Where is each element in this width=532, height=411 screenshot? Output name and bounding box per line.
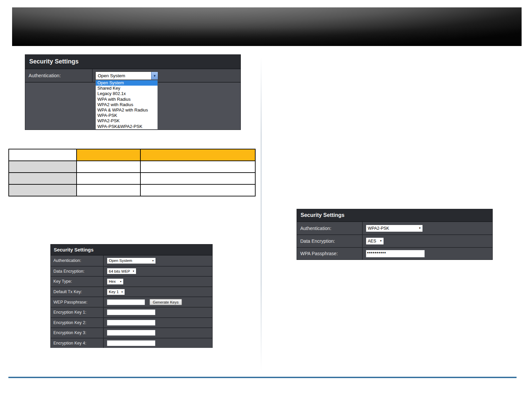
table-cell bbox=[77, 161, 140, 173]
security-settings-panel-dropdown-open: Security Settings Authentication: Open S… bbox=[25, 54, 241, 130]
authentication-select-value: WPA2-PSK bbox=[368, 226, 389, 231]
security-settings-panel-wep: Security Settings Authentication: Open S… bbox=[50, 244, 213, 348]
table-side-cell bbox=[9, 184, 77, 196]
chevron-down-icon: ▼ bbox=[380, 239, 382, 242]
header-banner-image bbox=[12, 7, 522, 46]
key-type-row: Key Type: Hex ▼ bbox=[51, 276, 212, 286]
encryption-key-3-input[interactable] bbox=[107, 330, 156, 336]
encryption-key-2-row: Encryption Key 2: bbox=[51, 317, 212, 328]
authentication-select[interactable]: WPA2-PSK ▼ bbox=[366, 225, 423, 232]
dropdown-option-open-system[interactable]: Open System bbox=[96, 80, 158, 86]
chevron-down-icon: ▼ bbox=[152, 260, 154, 262]
panel-title: Security Settings bbox=[25, 55, 240, 69]
panel-title: Security Settings bbox=[51, 244, 212, 256]
security-settings-panel-wpa2: Security Settings Authentication: WPA2-P… bbox=[297, 209, 493, 260]
authentication-row: Authentication: WPA2-PSK ▼ bbox=[297, 222, 492, 234]
table-row bbox=[9, 161, 255, 173]
column-divider-line bbox=[92, 69, 93, 83]
data-encryption-row: Data Encryption: 64 bits WEP ▼ bbox=[51, 266, 212, 276]
page-column-divider bbox=[261, 56, 262, 371]
table-header-cell bbox=[140, 149, 255, 161]
data-encryption-select[interactable]: 64 bits WEP ▼ bbox=[107, 268, 136, 274]
key-type-label: Key Type: bbox=[51, 277, 104, 286]
default-tx-key-label: Default Tx Key: bbox=[51, 287, 104, 297]
dropdown-option-wpa-psk-wpa2-psk[interactable]: WPA-PSK&WPA2-PSK bbox=[96, 124, 158, 129]
data-encryption-select[interactable]: AES ▼ bbox=[366, 237, 384, 245]
default-tx-key-select[interactable]: Key 1 ▼ bbox=[107, 289, 125, 295]
wpa-passphrase-label: WPA Passphrase: bbox=[297, 248, 363, 260]
encryption-key-4-row: Encryption Key 4: bbox=[51, 338, 212, 348]
dropdown-option-wpa2-psk[interactable]: WPA2-PSK bbox=[96, 118, 158, 124]
encryption-key-3-row: Encryption Key 3: bbox=[51, 327, 212, 338]
authentication-select[interactable]: Open System ▼ bbox=[95, 72, 158, 80]
dropdown-option-wpa-radius[interactable]: WPA with Radius bbox=[96, 97, 158, 102]
dropdown-option-shared-key[interactable]: Shared Key bbox=[96, 86, 158, 91]
wep-passphrase-label: WEP Passphrase: bbox=[51, 297, 104, 307]
encryption-key-1-label: Encryption Key 1: bbox=[51, 308, 104, 317]
table-header-cell bbox=[77, 149, 140, 161]
data-encryption-select-value: 64 bits WEP bbox=[109, 269, 130, 273]
page: Security Settings Authentication: Open S… bbox=[0, 0, 532, 411]
authentication-label: Authentication: bbox=[51, 256, 104, 266]
authentication-select[interactable]: Open System ▼ bbox=[107, 258, 156, 264]
encryption-key-4-input[interactable] bbox=[107, 340, 156, 346]
table-cell bbox=[140, 184, 255, 196]
table-cell bbox=[140, 161, 255, 173]
data-encryption-label: Data Encryption: bbox=[297, 235, 363, 247]
chevron-down-icon: ▼ bbox=[121, 291, 123, 293]
data-encryption-label: Data Encryption: bbox=[51, 267, 104, 276]
encryption-key-4-label: Encryption Key 4: bbox=[51, 338, 104, 348]
data-encryption-select-value: AES bbox=[368, 239, 376, 243]
encryption-key-2-label: Encryption Key 2: bbox=[51, 318, 104, 328]
table-side-cell bbox=[9, 161, 77, 173]
authentication-row: Authentication: Open System ▼ bbox=[51, 256, 212, 266]
authentication-select-value: Open System bbox=[109, 259, 132, 263]
table-cell bbox=[77, 184, 140, 196]
table-header-cell-blank bbox=[9, 149, 77, 161]
default-tx-key-row: Default Tx Key: Key 1 ▼ bbox=[51, 286, 212, 297]
default-tx-key-select-value: Key 1 bbox=[109, 290, 119, 294]
chevron-down-icon: ▼ bbox=[120, 280, 122, 283]
table-side-cell bbox=[9, 173, 77, 184]
encryption-key-1-row: Encryption Key 1: bbox=[51, 307, 212, 317]
encryption-key-1-input[interactable] bbox=[107, 309, 156, 315]
comparison-table bbox=[8, 149, 256, 196]
chevron-down-icon: ▼ bbox=[418, 227, 421, 230]
data-encryption-row: Data Encryption: AES ▼ bbox=[297, 234, 492, 247]
wpa-passphrase-input[interactable] bbox=[366, 250, 425, 258]
generate-keys-button[interactable]: Generate Keys bbox=[149, 299, 182, 305]
encryption-key-2-input[interactable] bbox=[107, 320, 156, 326]
authentication-label: Authentication: bbox=[297, 222, 363, 234]
table-row bbox=[9, 184, 255, 196]
wpa-passphrase-row: WPA Passphrase: bbox=[297, 247, 492, 260]
encryption-key-3-label: Encryption Key 3: bbox=[51, 328, 104, 338]
chevron-down-icon: ▼ bbox=[132, 270, 135, 272]
table-cell bbox=[140, 173, 255, 184]
table-header-row bbox=[9, 149, 255, 161]
dropdown-option-legacy-8021x[interactable]: Legacy 802.1x bbox=[96, 91, 158, 96]
key-type-select[interactable]: Hex ▼ bbox=[107, 278, 124, 285]
dropdown-option-wpa-wpa2-radius[interactable]: WPA & WPA2 with Radius bbox=[96, 107, 158, 113]
key-type-select-value: Hex bbox=[109, 279, 116, 283]
authentication-label: Authentication: bbox=[25, 73, 61, 78]
dropdown-option-wpa2-radius[interactable]: WPA2 with Radius bbox=[96, 102, 158, 107]
authentication-dropdown-list: Open System Shared Key Legacy 802.1x WPA… bbox=[95, 80, 158, 130]
wep-passphrase-input[interactable] bbox=[107, 299, 145, 305]
chevron-down-icon[interactable]: ▼ bbox=[151, 72, 158, 80]
panel-title: Security Settings bbox=[297, 209, 492, 222]
authentication-select-value: Open System bbox=[96, 73, 151, 78]
table-cell bbox=[77, 173, 140, 184]
wep-passphrase-row: WEP Passphrase: Generate Keys bbox=[51, 296, 212, 307]
dropdown-option-wpa-psk[interactable]: WPA-PSK bbox=[96, 113, 158, 118]
table-row bbox=[9, 173, 255, 184]
footer-rule bbox=[8, 377, 517, 378]
